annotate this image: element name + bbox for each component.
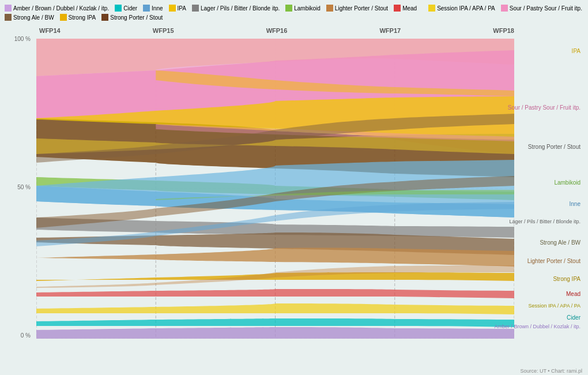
y-label-0: 0 % <box>5 332 33 339</box>
y-label-100: 100 % <box>5 36 33 42</box>
right-label-amber: Amber / Brown / Dubbel / Kozlak / itp. <box>494 324 581 329</box>
x-axis: WFP14 WFP15 WFP16 WFP17 WFP18 <box>39 27 514 34</box>
legend-label-ipa: IPA <box>178 5 186 12</box>
legend-label-mead: Mead <box>402 5 417 12</box>
legend-label-cider: Cider <box>123 5 137 12</box>
legend-color-ipa <box>169 5 176 12</box>
legend-item-strong-ipa: Strong IPA <box>60 14 96 21</box>
legend-color-lager <box>192 5 199 12</box>
main-svg-chart <box>36 39 514 339</box>
chart-area: 100 % 50 % 0 % WFP14 WFP15 WFP16 WFP17 W… <box>5 24 583 350</box>
legend-item-strong-ale: Strong Ale / BW <box>5 14 54 21</box>
x-label-wfp17: WFP17 <box>379 27 401 34</box>
legend-color-sour <box>501 5 508 12</box>
legend-item-amber: Amber / Brown / Dubbel / Kozlak / itp. <box>5 5 109 12</box>
legend-color-strong-ale <box>5 14 12 21</box>
legend-label-strong-ipa: Strong IPA <box>69 14 96 21</box>
right-label-ipa: IPA <box>572 48 581 54</box>
legend-color-strong-porter <box>101 14 108 21</box>
legend-color-amber <box>5 5 12 12</box>
legend-label-inne: Inne <box>152 5 163 12</box>
legend-label-lager: Lager / Pils / Bitter / Blonde itp. <box>201 5 280 12</box>
x-label-wfp14: WFP14 <box>39 27 61 34</box>
right-label-lager: Lager / Pils / Bitter / Blonde itp. <box>509 219 581 224</box>
legend-color-lighter-porter <box>326 5 333 12</box>
y-label-50: 50 % <box>5 184 33 190</box>
legend-label-amber: Amber / Brown / Dubbel / Kozlak / itp. <box>13 5 109 12</box>
legend-label-lambikoid: Lambikoid <box>294 5 321 12</box>
legend-item-strong-porter: Strong Porter / Stout <box>101 14 163 21</box>
legend: Amber / Brown / Dubbel / Kozlak / itp. C… <box>5 5 583 21</box>
right-labels: IPA Sour / Pastry Sour / Fruit itp. Stro… <box>517 39 583 339</box>
legend-item-inne: Inne <box>143 5 163 12</box>
right-label-cider: Cider <box>567 314 581 321</box>
x-label-wfp16: WFP16 <box>266 27 288 34</box>
legend-label-sour: Sour / Pastry Sour / Fruit itp. <box>510 5 582 12</box>
legend-label-strong-porter: Strong Porter / Stout <box>110 14 163 21</box>
legend-color-mead <box>394 5 401 12</box>
x-label-wfp15: WFP15 <box>153 27 174 34</box>
right-label-lambikoid: Lambikoid <box>554 179 581 186</box>
right-label-session-ipa: Session IPA / APA / PA <box>528 303 581 309</box>
legend-label-lighter-porter: Lighter Porter / Stout <box>335 5 388 12</box>
legend-item-session-ipa: Session IPA / APA / PA <box>428 5 495 12</box>
legend-item-cider: Cider <box>115 5 137 12</box>
right-label-strong-ale: Strong Ale / BW <box>540 239 581 246</box>
legend-color-inne <box>143 5 150 12</box>
legend-item-lager: Lager / Pils / Bitter / Blonde itp. <box>192 5 280 12</box>
chart-container: Amber / Brown / Dubbel / Kozlak / itp. C… <box>0 0 588 375</box>
legend-item-sour: Sour / Pastry Sour / Fruit itp. <box>501 5 582 12</box>
legend-color-session-ipa <box>428 5 435 12</box>
legend-item-mead: Mead <box>394 5 417 12</box>
right-label-strong-ipa: Strong IPA <box>553 276 581 282</box>
right-label-lighter-porter: Lighter Porter / Stout <box>527 258 581 264</box>
legend-color-strong-ipa <box>60 14 67 21</box>
x-label-wfp18: WFP18 <box>493 27 514 34</box>
legend-label-strong-ale: Strong Ale / BW <box>13 14 54 21</box>
right-label-mead: Mead <box>566 291 581 297</box>
source-text: Source: UT • Chart: rami.pl <box>520 368 582 374</box>
legend-item-lambikoid: Lambikoid <box>285 5 321 12</box>
legend-label-session-ipa: Session IPA / APA / PA <box>437 5 495 12</box>
right-label-sour: Sour / Pastry Sour / Fruit itp. <box>508 104 581 111</box>
legend-color-cider <box>115 5 122 12</box>
legend-color-lambikoid <box>285 5 292 12</box>
legend-item-ipa: IPA <box>169 5 186 12</box>
right-label-strong-porter: Strong Porter / Stout <box>528 144 581 150</box>
legend-item-lighter-porter: Lighter Porter / Stout <box>326 5 388 12</box>
right-label-inne: Inne <box>570 201 581 207</box>
y-axis: 100 % 50 % 0 % <box>5 24 33 350</box>
